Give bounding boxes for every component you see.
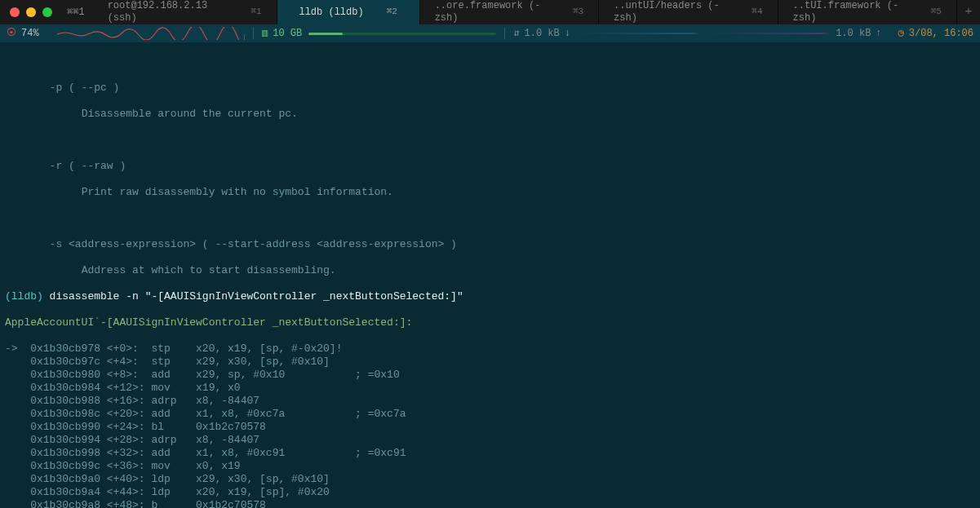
memory-icon: ▥ <box>262 28 268 40</box>
cpu-sparkline <box>57 27 245 40</box>
net-download: ⇵ 1.0 kB↓ <box>513 28 570 40</box>
disassembly-row: -> 0x1b30cb978 <+0>: stp x20, x19, [sp, … <box>5 342 975 356</box>
disassembly-row: 0x1b30cb9a4 <+44>: ldp x20, x19, [sp], #… <box>5 486 975 499</box>
net-up-sparkline <box>707 33 829 34</box>
net-icon: ⇵ <box>513 28 519 40</box>
tab[interactable]: ..untUI/headers (-zsh)⌘4 <box>599 0 778 24</box>
cpu-indicator: ⦿ 74% <box>7 28 52 40</box>
help-line: -p ( --pc ) <box>5 82 975 95</box>
disassembly-row: 0x1b30cb99c <+36>: mov x0, x19 <box>5 460 975 473</box>
tab-shortcut: ⌘2 <box>387 7 397 18</box>
disassembly-row: 0x1b30cb990 <+24>: bl 0x1b2c70578 <box>5 421 975 434</box>
symbol-header: AppleAccountUI`-[AAUISignInViewControlle… <box>5 316 975 329</box>
help-line: Disassemble around the current pc. <box>5 108 975 121</box>
tab[interactable]: root@192.168.2.13 (ssh)⌘1 <box>93 0 277 24</box>
tab-shortcut: ⌘4 <box>752 7 762 18</box>
net-upload: 1.0 kB↑ <box>836 28 881 40</box>
tab-label: root@192.168.2.13 (ssh) <box>108 0 228 24</box>
up-arrow-icon: ↑ <box>876 28 881 40</box>
net-down-value: 1.0 kB <box>524 28 559 40</box>
memory-indicator: ▥ 10 GB <box>262 28 302 40</box>
help-line: Print raw disassembly with no symbol inf… <box>5 186 975 199</box>
close-icon[interactable] <box>10 7 20 17</box>
disassembly-row: 0x1b30cb9a8 <+48>: b 0x1b2c70578 <box>5 499 975 509</box>
disassembly-row: 0x1b30cb998 <+32>: add x1, x8, #0xc91 ; … <box>5 447 975 460</box>
help-line: -r ( --raw ) <box>5 160 975 173</box>
tab[interactable]: ..tUI.framework (-zsh)⌘5 <box>778 0 957 24</box>
lldb-command: (lldb) disassemble -n "-[AAUISignInViewC… <box>5 290 975 303</box>
minimize-icon[interactable] <box>26 7 36 17</box>
tab-label: ..tUI.framework (-zsh) <box>793 0 908 24</box>
tmux-prefix-indicator: ⌘⌘1 <box>59 0 93 24</box>
memory-bar <box>308 33 496 35</box>
clock-value: 3/08, 16:06 <box>909 28 973 40</box>
disassembly-row: 0x1b30cb980 <+8>: add x29, sp, #0x10 ; =… <box>5 369 975 382</box>
title-bar: ⌘⌘1 root@192.168.2.13 (ssh)⌘1lldb (lldb)… <box>0 0 980 24</box>
cpu-icon: ⦿ <box>7 28 16 40</box>
disassembly-row: 0x1b30cb984 <+12>: mov x19, x0 <box>5 382 975 395</box>
disassembly-row: 0x1b30cb9a0 <+40>: ldp x29, x30, [sp, #0… <box>5 473 975 486</box>
tab-shortcut: ⌘3 <box>573 7 583 18</box>
help-line: Address at which to start disassembling. <box>5 264 975 277</box>
new-tab-button[interactable]: + <box>957 0 980 24</box>
tab[interactable]: lldb (lldb)⌘2 <box>277 0 420 24</box>
zoom-icon[interactable] <box>42 7 52 17</box>
disassembly-row: 0x1b30cb994 <+28>: adrp x8, -84407 <box>5 434 975 447</box>
tab-shortcut: ⌘5 <box>931 7 942 18</box>
clock-icon: ◷ <box>898 28 904 40</box>
tab-label: ..untUI/headers (-zsh) <box>614 0 729 24</box>
disassembly-row: 0x1b30cb988 <+16>: adrp x8, -84407 <box>5 395 975 408</box>
tab-strip: root@192.168.2.13 (ssh)⌘1lldb (lldb)⌘2..… <box>93 0 957 24</box>
tab[interactable]: ..ore.framework (-zsh)⌘3 <box>420 0 599 24</box>
window-controls <box>0 0 59 24</box>
disassembly-row: 0x1b30cb98c <+20>: add x1, x8, #0xc7a ; … <box>5 408 975 421</box>
net-up-value: 1.0 kB <box>836 28 871 40</box>
net-down-sparkline <box>577 33 699 34</box>
cpu-value: 74% <box>21 28 39 40</box>
down-arrow-icon: ↓ <box>565 28 570 40</box>
memory-value: 10 GB <box>273 28 302 40</box>
status-bar: ⦿ 74% ▥ 10 GB ⇵ 1.0 kB↓ 1.0 kB↑ ◷ 3/08, … <box>0 24 980 42</box>
tab-label: lldb (lldb) <box>299 7 363 19</box>
terminal-content[interactable]: -p ( --pc ) Disassemble around the curre… <box>0 42 980 508</box>
tab-shortcut: ⌘1 <box>251 7 261 18</box>
tab-label: ..ore.framework (-zsh) <box>435 0 550 24</box>
disassembly-row: 0x1b30cb97c <+4>: stp x29, x30, [sp, #0x… <box>5 356 975 369</box>
help-line: -s <address-expression> ( --start-addres… <box>5 238 975 251</box>
clock: ◷ 3/08, 16:06 <box>898 28 973 40</box>
